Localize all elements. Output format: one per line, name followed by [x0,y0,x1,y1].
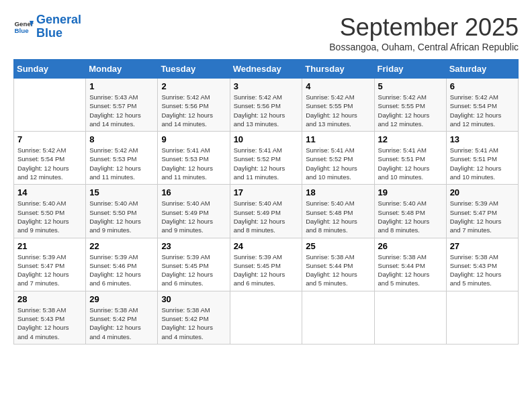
day-info: Sunrise: 5:42 AM Sunset: 5:56 PM Dayligh… [161,93,226,128]
day-number: 2 [161,81,226,91]
day-info: Sunrise: 5:40 AM Sunset: 5:48 PM Dayligh… [306,199,370,234]
day-number: 23 [161,241,226,251]
day-number: 26 [378,241,443,251]
header-saturday: Saturday [446,60,518,79]
day-info: Sunrise: 5:40 AM Sunset: 5:50 PM Dayligh… [89,199,154,234]
calendar-cell: 6Sunrise: 5:42 AM Sunset: 5:54 PM Daylig… [446,79,518,132]
calendar-cell: 22Sunrise: 5:39 AM Sunset: 5:46 PM Dayli… [86,238,158,291]
day-info: Sunrise: 5:42 AM Sunset: 5:54 PM Dayligh… [17,146,82,181]
day-info: Sunrise: 5:42 AM Sunset: 5:56 PM Dayligh… [234,93,299,128]
header-tuesday: Tuesday [158,60,230,79]
day-number: 15 [89,187,154,197]
calendar-cell: 3Sunrise: 5:42 AM Sunset: 5:56 PM Daylig… [230,79,302,132]
day-info: Sunrise: 5:41 AM Sunset: 5:52 PM Dayligh… [234,146,299,181]
location: Bossangoa, Ouham, Central African Republ… [329,42,519,52]
day-info: Sunrise: 5:40 AM Sunset: 5:49 PM Dayligh… [234,199,299,234]
day-info: Sunrise: 5:39 AM Sunset: 5:45 PM Dayligh… [161,253,226,288]
day-number: 11 [306,134,370,144]
calendar-cell: 27Sunrise: 5:38 AM Sunset: 5:43 PM Dayli… [446,238,518,291]
day-number: 29 [89,294,154,304]
day-info: Sunrise: 5:39 AM Sunset: 5:47 PM Dayligh… [450,199,515,234]
header-thursday: Thursday [302,60,374,79]
calendar-cell: 26Sunrise: 5:38 AM Sunset: 5:44 PM Dayli… [374,238,446,291]
calendar-cell: 1Sunrise: 5:43 AM Sunset: 5:57 PM Daylig… [86,79,158,132]
day-number: 4 [306,81,370,91]
header-monday: Monday [86,60,158,79]
day-number: 14 [17,187,82,197]
day-info: Sunrise: 5:42 AM Sunset: 5:55 PM Dayligh… [378,93,443,128]
day-number: 6 [450,81,515,91]
day-info: Sunrise: 5:42 AM Sunset: 5:55 PM Dayligh… [306,93,370,128]
day-info: Sunrise: 5:38 AM Sunset: 5:43 PM Dayligh… [450,253,515,288]
calendar-cell [446,291,518,344]
week-row-2: 14Sunrise: 5:40 AM Sunset: 5:50 PM Dayli… [14,185,519,238]
calendar-cell: 18Sunrise: 5:40 AM Sunset: 5:48 PM Dayli… [302,185,374,238]
header-friday: Friday [374,60,446,79]
calendar-cell: 19Sunrise: 5:40 AM Sunset: 5:48 PM Dayli… [374,185,446,238]
day-info: Sunrise: 5:42 AM Sunset: 5:53 PM Dayligh… [89,146,154,181]
day-number: 10 [234,134,299,144]
day-info: Sunrise: 5:38 AM Sunset: 5:42 PM Dayligh… [89,306,154,341]
day-info: Sunrise: 5:43 AM Sunset: 5:57 PM Dayligh… [89,93,154,128]
day-info: Sunrise: 5:40 AM Sunset: 5:49 PM Dayligh… [161,199,226,234]
day-info: Sunrise: 5:39 AM Sunset: 5:45 PM Dayligh… [234,253,299,288]
calendar-table: SundayMondayTuesdayWednesdayThursdayFrid… [13,59,519,345]
day-number: 30 [161,294,226,304]
calendar-cell: 23Sunrise: 5:39 AM Sunset: 5:45 PM Dayli… [158,238,230,291]
calendar-cell: 5Sunrise: 5:42 AM Sunset: 5:55 PM Daylig… [374,79,446,132]
calendar-cell: 24Sunrise: 5:39 AM Sunset: 5:45 PM Dayli… [230,238,302,291]
calendar-cell: 20Sunrise: 5:39 AM Sunset: 5:47 PM Dayli… [446,185,518,238]
calendar-cell: 12Sunrise: 5:41 AM Sunset: 5:51 PM Dayli… [374,132,446,185]
day-number: 12 [378,134,443,144]
header-sunday: Sunday [14,60,86,79]
calendar-body: 1Sunrise: 5:43 AM Sunset: 5:57 PM Daylig… [14,79,519,345]
day-info: Sunrise: 5:41 AM Sunset: 5:53 PM Dayligh… [161,146,226,181]
day-info: Sunrise: 5:40 AM Sunset: 5:48 PM Dayligh… [378,199,443,234]
week-row-1: 7Sunrise: 5:42 AM Sunset: 5:54 PM Daylig… [14,132,519,185]
day-info: Sunrise: 5:40 AM Sunset: 5:50 PM Dayligh… [17,199,82,234]
week-row-0: 1Sunrise: 5:43 AM Sunset: 5:57 PM Daylig… [14,79,519,132]
week-row-3: 21Sunrise: 5:39 AM Sunset: 5:47 PM Dayli… [14,238,519,291]
day-info: Sunrise: 5:42 AM Sunset: 5:54 PM Dayligh… [450,93,515,128]
calendar-cell: 21Sunrise: 5:39 AM Sunset: 5:47 PM Dayli… [14,238,86,291]
day-info: Sunrise: 5:41 AM Sunset: 5:52 PM Dayligh… [306,146,370,181]
day-number: 9 [161,134,226,144]
calendar-cell: 30Sunrise: 5:38 AM Sunset: 5:42 PM Dayli… [158,291,230,344]
calendar-cell: 25Sunrise: 5:38 AM Sunset: 5:44 PM Dayli… [302,238,374,291]
day-number: 3 [234,81,299,91]
calendar-cell [374,291,446,344]
day-number: 13 [450,134,515,144]
calendar-cell: 10Sunrise: 5:41 AM Sunset: 5:52 PM Dayli… [230,132,302,185]
calendar-cell [230,291,302,344]
day-number: 8 [89,134,154,144]
day-number: 16 [161,187,226,197]
calendar-cell [14,79,86,132]
logo-icon: General Blue [13,17,34,37]
day-info: Sunrise: 5:39 AM Sunset: 5:46 PM Dayligh… [89,253,154,288]
calendar-cell [302,291,374,344]
day-number: 18 [306,187,370,197]
header-wednesday: Wednesday [230,60,302,79]
header-row: SundayMondayTuesdayWednesdayThursdayFrid… [14,60,519,79]
day-number: 24 [234,241,299,251]
day-info: Sunrise: 5:38 AM Sunset: 5:42 PM Dayligh… [161,306,226,341]
calendar-cell: 17Sunrise: 5:40 AM Sunset: 5:49 PM Dayli… [230,185,302,238]
day-number: 27 [450,241,515,251]
calendar-cell: 9Sunrise: 5:41 AM Sunset: 5:53 PM Daylig… [158,132,230,185]
calendar-cell: 11Sunrise: 5:41 AM Sunset: 5:52 PM Dayli… [302,132,374,185]
day-info: Sunrise: 5:38 AM Sunset: 5:44 PM Dayligh… [306,253,370,288]
calendar-cell: 28Sunrise: 5:38 AM Sunset: 5:43 PM Dayli… [14,291,86,344]
logo-text: GeneralBlue [36,13,81,40]
calendar-header: SundayMondayTuesdayWednesdayThursdayFrid… [14,60,519,79]
month-title: September 2025 [329,13,519,42]
day-number: 21 [17,241,82,251]
calendar-cell: 7Sunrise: 5:42 AM Sunset: 5:54 PM Daylig… [14,132,86,185]
calendar-cell: 14Sunrise: 5:40 AM Sunset: 5:50 PM Dayli… [14,185,86,238]
day-number: 1 [89,81,154,91]
title-section: September 2025 Bossangoa, Ouham, Central… [329,13,519,52]
calendar-cell: 16Sunrise: 5:40 AM Sunset: 5:49 PM Dayli… [158,185,230,238]
calendar-cell: 15Sunrise: 5:40 AM Sunset: 5:50 PM Dayli… [86,185,158,238]
calendar-cell: 8Sunrise: 5:42 AM Sunset: 5:53 PM Daylig… [86,132,158,185]
day-number: 20 [450,187,515,197]
page-header: General Blue GeneralBlue September 2025 … [13,13,519,52]
